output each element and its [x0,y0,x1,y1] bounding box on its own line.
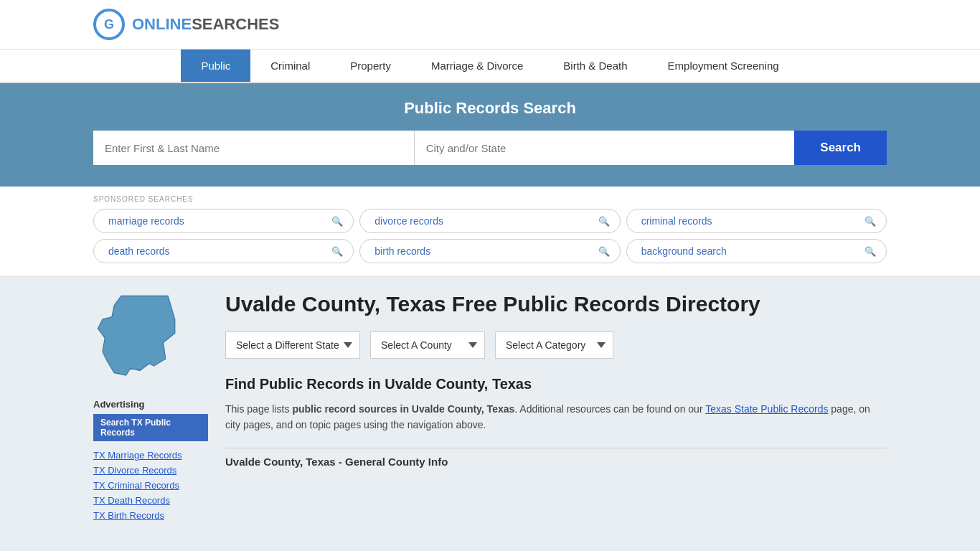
nav-birth-death[interactable]: Birth & Death [543,50,647,82]
search-hero-title: Public Records Search [93,99,887,118]
texas-map-icon [93,291,187,385]
sponsored-pill-marriage[interactable]: marriage records 🔍 [93,209,354,233]
dropdown-row: Select a Different State Select A County… [225,331,887,359]
right-content: Uvalde County, Texas Free Public Records… [225,291,887,524]
logo-icon: G [93,9,125,40]
sidebar-links: TX Marriage Records TX Divorce Records T… [93,448,208,522]
search-icon: 🔍 [598,216,610,227]
search-icon: 🔍 [331,216,343,227]
logo: G ONLINESEARCHES [93,9,279,40]
sponsored-pill-background[interactable]: background search 🔍 [626,239,887,263]
search-bar: Search [93,131,887,165]
nav-property[interactable]: Property [330,50,411,82]
page-title: Uvalde County, Texas Free Public Records… [225,291,887,317]
sidebar-link-criminal[interactable]: TX Criminal Records [93,479,208,491]
find-text: This page lists public record sources in… [225,401,887,433]
find-title: Find Public Records in Uvalde County, Te… [225,376,887,392]
sponsored-pill-birth[interactable]: birth records 🔍 [359,239,620,263]
nav-employment-screening[interactable]: Employment Screening [648,50,799,82]
main-nav: Public Criminal Property Marriage & Divo… [0,50,980,83]
texas-state-link[interactable]: Texas State Public Records [705,403,828,415]
advertising-label: Advertising [93,399,208,410]
search-button[interactable]: Search [794,131,887,165]
search-icon: 🔍 [331,246,343,257]
svg-marker-2 [98,296,175,376]
search-hero: Public Records Search Search [0,83,980,187]
ad-button[interactable]: Search TX Public Records [93,414,208,441]
sponsored-grid: marriage records 🔍 divorce records 🔍 cri… [93,209,887,263]
sponsored-pill-criminal[interactable]: criminal records 🔍 [626,209,887,233]
county-dropdown[interactable]: Select A County [370,331,485,359]
nav-public[interactable]: Public [181,50,250,82]
nav-criminal[interactable]: Criminal [250,50,330,82]
svg-text:G: G [104,17,114,32]
header: G ONLINESEARCHES [0,0,980,50]
sidebar-link-marriage[interactable]: TX Marriage Records [93,448,208,461]
sponsored-label: SPONSORED SEARCHES [93,195,887,203]
category-dropdown[interactable]: Select A Category [495,331,613,359]
search-icon: 🔍 [598,246,610,257]
sidebar-link-death[interactable]: TX Death Records [93,494,208,507]
sponsored-pill-death[interactable]: death records 🔍 [93,239,354,263]
sidebar: Advertising Search TX Public Records TX … [93,291,208,524]
logo-text: ONLINESEARCHES [132,15,279,34]
county-info-title: Uvalde County, Texas - General County In… [225,456,887,468]
nav-marriage-divorce[interactable]: Marriage & Divorce [411,50,543,82]
name-input[interactable] [93,131,414,165]
sidebar-link-divorce[interactable]: TX Divorce Records [93,463,208,476]
sponsored-pill-divorce[interactable]: divorce records 🔍 [359,209,620,233]
main-content: Advertising Search TX Public Records TX … [0,277,980,538]
search-icon: 🔍 [864,246,876,257]
search-icon: 🔍 [864,216,876,227]
city-input[interactable] [414,131,795,165]
sponsored-section: SPONSORED SEARCHES marriage records 🔍 di… [0,187,980,277]
state-dropdown[interactable]: Select a Different State [225,331,360,359]
sidebar-link-birth[interactable]: TX Birth Records [93,509,208,522]
section-divider [225,448,887,448]
